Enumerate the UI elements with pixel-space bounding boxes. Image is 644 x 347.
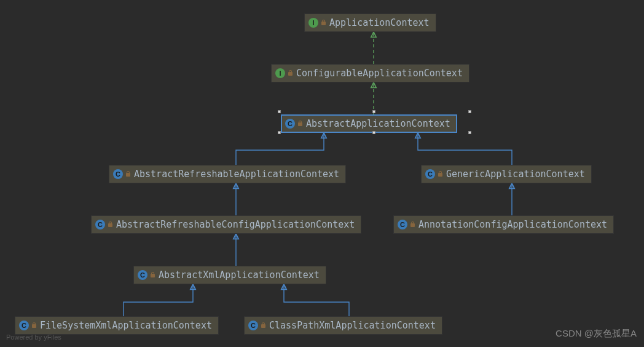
class-icon xyxy=(248,321,258,330)
lock-icon xyxy=(321,20,327,26)
node-label: ClassPathXmlApplicationContext xyxy=(269,320,436,331)
lock-icon xyxy=(288,70,294,76)
selection-handle xyxy=(278,110,281,113)
selection-handle xyxy=(372,110,375,113)
node-abstractrefreshableapplicationcontext[interactable]: AbstractRefreshableApplicationContext xyxy=(109,165,346,183)
selection-handle xyxy=(372,131,375,134)
node-applicationcontext[interactable]: ApplicationContext xyxy=(304,14,436,32)
lock-icon xyxy=(297,121,304,127)
lock-icon xyxy=(410,221,416,228)
node-label: AbstractXmlApplicationContext xyxy=(159,269,320,281)
node-abstractxmlapplicationcontext[interactable]: AbstractXmlApplicationContext xyxy=(133,266,326,284)
lock-icon xyxy=(438,171,444,177)
lock-icon xyxy=(261,322,267,329)
node-classpathxmlapplicationcontext[interactable]: ClassPathXmlApplicationContext xyxy=(244,316,442,335)
lock-icon xyxy=(125,171,132,177)
class-icon xyxy=(95,220,105,229)
interface-icon xyxy=(275,68,285,78)
lock-icon xyxy=(31,322,37,329)
interface-icon xyxy=(308,18,318,28)
node-configurableapplicationcontext[interactable]: ConfigurableApplicationContext xyxy=(271,64,469,82)
watermark-yfiles: Powered by yFiles xyxy=(6,333,61,341)
class-icon xyxy=(425,169,435,179)
node-label: ApplicationContext xyxy=(329,17,430,28)
node-label: AbstractRefreshableApplicationContext xyxy=(134,169,339,180)
selection-handle xyxy=(468,131,471,134)
lock-icon xyxy=(108,221,114,228)
node-annotationconfigapplicationcontext[interactable]: AnnotationConfigApplicationContext xyxy=(393,215,614,234)
node-label: AbstractApplicationContext xyxy=(306,118,450,129)
class-icon xyxy=(19,321,29,330)
node-label: FileSystemXmlApplicationContext xyxy=(40,320,212,331)
node-label: ConfigurableApplicationContext xyxy=(296,68,463,79)
class-icon xyxy=(285,119,295,129)
node-genericapplicationcontext[interactable]: GenericApplicationContext xyxy=(421,165,592,183)
class-icon xyxy=(113,169,123,179)
lock-icon xyxy=(150,272,156,278)
class-icon xyxy=(398,220,407,229)
node-abstractapplicationcontext[interactable]: AbstractApplicationContext xyxy=(281,114,457,133)
class-icon xyxy=(138,270,147,280)
selection-handle xyxy=(468,110,471,113)
selection-handle xyxy=(278,131,281,134)
watermark-csdn: CSDN @灰色孤星A xyxy=(556,328,637,340)
node-filesystemxmlapplicationcontext[interactable]: FileSystemXmlApplicationContext xyxy=(15,316,219,335)
node-label: AbstractRefreshableConfigApplicationCont… xyxy=(116,219,355,230)
node-label: AnnotationConfigApplicationContext xyxy=(418,219,607,230)
node-abstractrefreshableconfigapplicationcontext[interactable]: AbstractRefreshableConfigApplicationCont… xyxy=(91,215,361,234)
node-label: GenericApplicationContext xyxy=(446,169,585,180)
